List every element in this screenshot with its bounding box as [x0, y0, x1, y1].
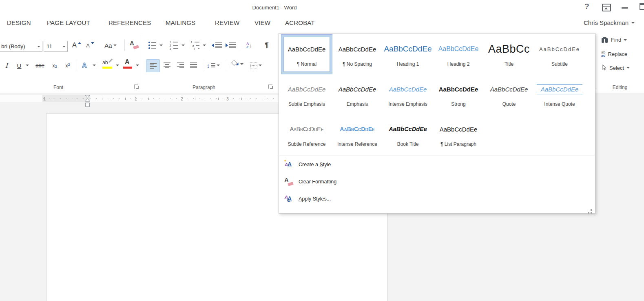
italic-button[interactable]: I: [2, 59, 11, 71]
sort-letter-z: Z: [246, 45, 249, 49]
chevron-down-icon: [159, 45, 163, 46]
clear-formatting-menu-item[interactable]: A Clear Formatting: [279, 173, 595, 190]
text-effects-dropdown[interactable]: [91, 59, 97, 71]
hanging-indent-marker[interactable]: [85, 98, 90, 101]
multilevel-list-button[interactable]: 1 a i: [188, 39, 201, 51]
font-color-button[interactable]: A: [122, 58, 134, 70]
tab-acrobat[interactable]: ACROBAT: [285, 19, 315, 26]
ribbon-display-options-icon[interactable]: [602, 4, 611, 11]
underline-button[interactable]: U: [14, 59, 24, 71]
grow-font-button[interactable]: A: [70, 39, 83, 51]
style-sample: AaBbCcDdEe: [537, 84, 583, 94]
numbering-dropdown[interactable]: [180, 39, 186, 51]
style-sample: AaBbCcDdEe: [385, 37, 431, 61]
tab-references[interactable]: REFERENCES: [108, 19, 151, 26]
style-strong[interactable]: AaBbCcDdEe Strong: [433, 75, 484, 114]
tab-view[interactable]: VIEW: [255, 19, 270, 26]
maximize-button[interactable]: [640, 3, 644, 10]
indent-markers[interactable]: [84, 95, 91, 107]
create-a-style-label: Create a Style: [299, 162, 331, 167]
paragraph-dialog-launcher-icon[interactable]: [268, 85, 272, 89]
find-button[interactable]: Find: [601, 37, 627, 43]
text-effects-button[interactable]: A: [79, 59, 91, 71]
style-no-spacing[interactable]: AaBbCcDdEe ¶ No Spacing: [332, 35, 383, 74]
borders-grid-icon: [250, 62, 257, 69]
minimize-button[interactable]: [622, 7, 628, 9]
align-center-button[interactable]: [161, 59, 173, 71]
create-a-style-menu-item[interactable]: * A A Create a Style: [279, 156, 595, 173]
align-right-button[interactable]: [174, 59, 186, 71]
underline-dropdown[interactable]: [24, 59, 30, 71]
sort-arrow: ↓: [250, 42, 252, 49]
style-quote[interactable]: AaBbCcDdEe Quote: [484, 75, 534, 114]
style-list-paragraph[interactable]: AaBbCcDdEe ¶ List Paragraph: [433, 115, 484, 154]
style-intense-emphasis[interactable]: AaBbCcDdEe Intense Emphasis: [383, 75, 433, 114]
style-heading-1[interactable]: AaBbCcDdEe Heading 1: [383, 35, 433, 74]
change-case-button[interactable]: Aa: [101, 39, 120, 51]
font-dialog-launcher-icon[interactable]: [134, 85, 138, 89]
style-intense-reference[interactable]: AaBbCcDdEe Intense Reference: [332, 115, 383, 154]
help-icon[interactable]: ?: [584, 2, 589, 11]
borders-button[interactable]: [249, 59, 263, 71]
text-highlight-dropdown[interactable]: [115, 59, 120, 71]
bullets-dropdown[interactable]: [158, 39, 164, 51]
style-subtle-reference[interactable]: AaBbCcDdEe Subtle Reference: [281, 115, 332, 154]
line-spacing-button[interactable]: ↕: [206, 59, 221, 71]
font-name-combobox[interactable]: bri (Body): [0, 41, 42, 52]
left-indent-marker[interactable]: [86, 103, 90, 107]
chevron-down-icon: [203, 45, 206, 46]
replace-icon: ab ac: [601, 51, 606, 57]
bullets-button[interactable]: [146, 39, 158, 51]
shading-button[interactable]: ◢: [229, 58, 244, 70]
panel-resize-grip[interactable]: [591, 209, 592, 211]
multilevel-dropdown[interactable]: [201, 39, 207, 51]
account-menu[interactable]: Chris Spackman: [584, 19, 635, 26]
tab-design[interactable]: DESIGN: [7, 19, 31, 26]
first-line-indent-marker[interactable]: [85, 95, 90, 98]
style-label: Subtle Reference: [283, 141, 330, 152]
tab-review[interactable]: REVIEW: [215, 19, 239, 26]
replace-icon-bottom: ac: [601, 54, 606, 57]
superscript-button[interactable]: x 2: [62, 59, 73, 71]
replace-button[interactable]: ab ac Replace: [601, 51, 627, 57]
shrink-font-button[interactable]: A: [84, 39, 96, 51]
style-normal[interactable]: AaBbCcDdEe ¶ Normal: [281, 35, 332, 74]
decrease-indent-button[interactable]: [210, 39, 224, 51]
clear-formatting-letter: A: [284, 176, 289, 183]
style-emphasis[interactable]: AaBbCcDdEe Emphasis: [332, 75, 383, 114]
increase-indent-button[interactable]: [224, 39, 237, 51]
font-color-dropdown[interactable]: [135, 59, 140, 71]
group-divider: [141, 35, 141, 89]
style-subtle-emphasis[interactable]: AaBbCcDdEe Subtle Emphasis: [281, 75, 332, 114]
show-paragraph-marks-button[interactable]: ¶: [261, 39, 272, 51]
style-sample: AaBbCcDdEe: [435, 117, 482, 141]
tab-page-layout[interactable]: PAGE LAYOUT: [47, 19, 90, 26]
clear-formatting-button[interactable]: A: [127, 38, 140, 51]
style-sample: AaBbCcDdEe: [385, 77, 431, 101]
numbering-button[interactable]: 1 2 3: [167, 39, 180, 51]
style-heading-2[interactable]: AaBbCcDdEe Heading 2: [433, 35, 484, 74]
style-book-title[interactable]: AaBbCcDdEe Book Title: [383, 115, 433, 154]
find-label: Find: [611, 37, 621, 43]
chevron-down-icon: [181, 45, 185, 46]
font-size-combobox[interactable]: 11: [44, 41, 68, 52]
label-accel: S: [319, 162, 323, 167]
apply-styles-label: Apply Styles...: [299, 196, 331, 202]
justify-button[interactable]: [187, 59, 199, 71]
sort-button[interactable]: A Z ↓: [242, 39, 256, 51]
style-subtitle[interactable]: AaBbCcDdEe Subtitle: [534, 35, 585, 74]
tab-mailings[interactable]: MAILINGS: [166, 19, 195, 26]
select-button[interactable]: Select: [601, 65, 630, 71]
style-title[interactable]: AaBbCc Title: [484, 35, 534, 74]
apply-styles-menu-item[interactable]: A A ↻ Apply Styles...: [279, 190, 595, 207]
horizontal-ruler[interactable]: 1 1 2 3: [0, 95, 279, 102]
align-left-button[interactable]: [146, 59, 160, 72]
increase-indent-icon: [226, 42, 236, 48]
divider: [227, 60, 227, 71]
ruler-number-3: 3: [226, 96, 229, 101]
style-intense-quote[interactable]: AaBbCcDdEe Intense Quote: [534, 75, 585, 114]
subscript-button[interactable]: x 2: [49, 59, 60, 71]
strikethrough-button[interactable]: abe: [33, 59, 47, 71]
text-highlight-button[interactable]: ab: [100, 58, 114, 70]
font-color-letter: A: [125, 58, 130, 66]
